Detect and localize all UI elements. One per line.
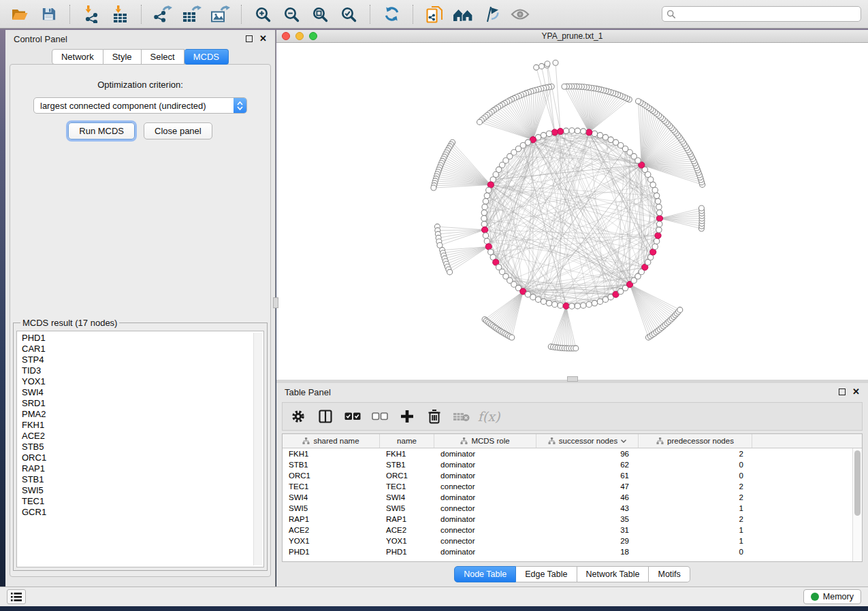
memory-button[interactable]: Memory	[803, 589, 861, 604]
table-body: FKH1FKH1dominator962STB1STB1dominator620…	[283, 448, 852, 561]
mcds-result-item[interactable]: YOX1	[22, 376, 263, 387]
table-cell: 2	[639, 515, 752, 523]
mcds-result-item[interactable]: PHD1	[22, 333, 263, 344]
table-cell: SWI5	[283, 504, 380, 512]
export-network-button[interactable]	[150, 3, 176, 26]
table-row[interactable]: SWI5SWI5connector431	[283, 503, 852, 514]
zoom-fit-button[interactable]	[307, 3, 333, 26]
mcds-result-item[interactable]: SWI5	[22, 485, 263, 496]
save-button[interactable]	[35, 3, 61, 26]
mcds-result-item[interactable]: ACE2	[22, 431, 263, 442]
tab-edge-table[interactable]: Edge Table	[516, 566, 577, 582]
select-all-button[interactable]	[342, 406, 363, 427]
import-network-button[interactable]	[78, 3, 104, 26]
mcds-result-item[interactable]: STB1	[22, 474, 263, 485]
show-columns-button[interactable]	[315, 406, 336, 427]
close-panel-button[interactable]: Close panel	[144, 122, 212, 139]
table-row[interactable]: STB1STB1dominator620	[283, 459, 852, 470]
mcds-result-item[interactable]: SWI4	[22, 387, 263, 398]
table-scrollbar[interactable]	[852, 448, 862, 561]
function-builder-button[interactable]: f(x)	[479, 406, 499, 427]
node-table: shared name name MCDS role successor nod…	[282, 433, 863, 562]
show-hide-button[interactable]	[507, 3, 533, 26]
table-cell: 96	[536, 450, 639, 458]
float-window-icon[interactable]	[246, 35, 253, 42]
column-header-predecessor-nodes[interactable]: predecessor nodes	[639, 434, 752, 448]
column-header-mcds-role[interactable]: MCDS role	[434, 434, 536, 448]
search-input[interactable]	[679, 10, 856, 19]
close-panel-icon[interactable]: ✕	[259, 35, 267, 42]
mcds-result-item[interactable]: ORC1	[22, 452, 263, 463]
zoom-in-button[interactable]	[250, 3, 276, 26]
network-overview-button[interactable]	[450, 3, 476, 26]
tab-mcds[interactable]: MCDS	[184, 49, 229, 65]
dropdown-stepper[interactable]	[234, 98, 246, 113]
mcds-result-item[interactable]: FKH1	[22, 420, 263, 431]
import-table-button[interactable]	[107, 3, 133, 26]
clone-network-button[interactable]	[421, 3, 447, 26]
table-row[interactable]: ACE2ACE2connector311	[283, 525, 852, 535]
mcds-result-item[interactable]: TID3	[22, 365, 263, 376]
zoom-in-icon	[255, 6, 271, 22]
mcds-result-item[interactable]: STB5	[22, 442, 263, 452]
task-history-button[interactable]	[7, 589, 26, 604]
mcds-result-item[interactable]: GCR1	[22, 507, 263, 518]
horizontal-splitter-grip[interactable]	[567, 376, 578, 382]
tab-select[interactable]: Select	[142, 49, 184, 65]
table-cell: 1	[639, 504, 752, 512]
tab-style[interactable]: Style	[103, 49, 142, 65]
table-row[interactable]: TEC1TEC1connector472	[283, 481, 852, 492]
network-window-titlebar[interactable]: YPA_prune.txt_1	[276, 30, 868, 43]
network-graph[interactable]	[276, 43, 868, 380]
vertical-splitter-grip[interactable]	[273, 297, 278, 308]
mcds-result-item[interactable]: RAP1	[22, 463, 263, 474]
search-box[interactable]	[662, 6, 861, 22]
export-image-button[interactable]	[207, 3, 233, 26]
mcds-list-scrollbar[interactable]	[253, 333, 262, 565]
table-cell: RAP1	[380, 515, 434, 523]
table-scrollbar-thumb[interactable]	[854, 450, 861, 516]
table-row[interactable]: ORC1ORC1dominator610	[283, 470, 852, 481]
tab-motifs[interactable]: Motifs	[649, 566, 690, 582]
delete-column-button[interactable]	[424, 406, 445, 427]
table-row[interactable]: PHD1PHD1dominator180	[283, 546, 852, 557]
deselect-all-button[interactable]	[370, 406, 390, 427]
tab-network-table[interactable]: Network Table	[577, 566, 649, 582]
open-button[interactable]	[7, 3, 33, 26]
table-settings-button[interactable]	[288, 406, 308, 427]
criterion-dropdown[interactable]: largest connected component (undirected)	[33, 97, 247, 114]
column-header-name[interactable]: name	[380, 434, 434, 448]
zoom-out-button[interactable]	[278, 3, 304, 26]
network-canvas[interactable]	[276, 43, 868, 380]
mcds-result-item[interactable]: SRD1	[22, 398, 263, 409]
hide-graphics-details-button[interactable]	[479, 3, 504, 26]
status-bar: Memory	[0, 587, 868, 606]
table-row[interactable]: SWI4SWI4dominator462	[283, 492, 852, 503]
mcds-result-list[interactable]: PHD1CAR1STP4TID3YOX1SWI4SRD1PMA2FKH1ACE2…	[16, 331, 264, 567]
run-mcds-button[interactable]: Run MCDS	[68, 122, 135, 139]
column-header-shared-name[interactable]: shared name	[283, 434, 380, 448]
delete-table-button[interactable]	[451, 406, 472, 427]
mcds-result-item[interactable]: TEC1	[22, 496, 263, 507]
chevron-down-icon	[237, 106, 243, 110]
add-column-button[interactable]	[397, 406, 417, 427]
table-row[interactable]: YOX1YOX1connector291	[283, 535, 852, 546]
table-row[interactable]: RAP1RAP1dominator352	[283, 514, 852, 525]
zoom-selected-button[interactable]	[336, 3, 361, 26]
table-row[interactable]: FKH1FKH1dominator962	[283, 448, 852, 459]
close-panel-icon[interactable]: ✕	[852, 389, 860, 395]
column-label: successor nodes	[559, 437, 617, 445]
export-table-button[interactable]	[178, 3, 204, 26]
mcds-result-item[interactable]: STP4	[22, 354, 263, 365]
column-header-successor-nodes[interactable]: successor nodes	[536, 434, 639, 448]
mcds-result-item[interactable]: PMA2	[22, 409, 263, 420]
tab-network[interactable]: Network	[52, 49, 103, 65]
tab-node-table[interactable]: Node Table	[454, 566, 516, 582]
refresh-button[interactable]	[379, 3, 404, 26]
import-network-icon	[82, 5, 101, 23]
table-cell: FKH1	[380, 450, 434, 458]
main-toolbar	[0, 0, 868, 29]
float-window-icon[interactable]	[839, 389, 846, 395]
mcds-result-item[interactable]: CAR1	[22, 344, 263, 354]
table-cell: PHD1	[380, 548, 434, 556]
